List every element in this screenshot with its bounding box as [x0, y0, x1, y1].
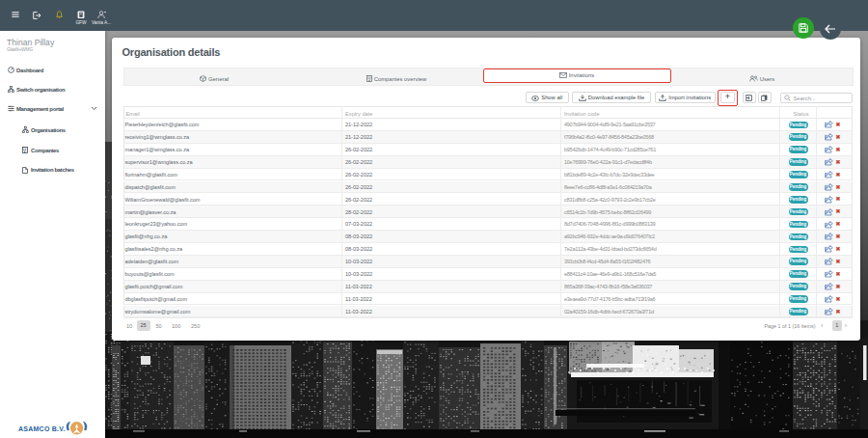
svg-text:ASAMCO B.V.: ASAMCO B.V.: [18, 425, 66, 432]
